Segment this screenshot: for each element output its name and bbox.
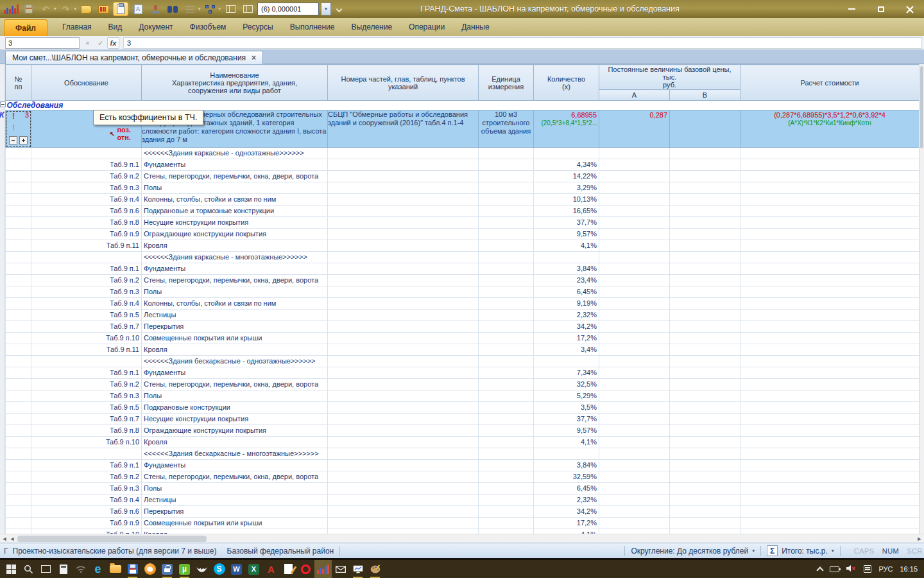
cell-a[interactable] [599, 414, 670, 425]
cell-qty[interactable]: 6,45% [534, 483, 599, 495]
table-row[interactable]: Таб.9 п.4 Лестницы 2,32% [6, 495, 920, 506]
cell-unit[interactable] [479, 229, 534, 240]
cell-name[interactable]: Колонны, столбы, стойки и связи по ним [142, 194, 328, 206]
ribbon-tab[interactable]: Операции [400, 19, 453, 35]
document-tab[interactable]: Мои смет...\ШАБЛОН на капремонт, обмероч… [5, 51, 263, 64]
autodesk-icon[interactable]: A [262, 560, 280, 578]
cell-sections[interactable] [328, 506, 479, 518]
table-row[interactable]: Таб.9 п.1 Фундаменты 3,84% [6, 263, 920, 275]
cell-qty[interactable]: 3,29% [534, 182, 599, 194]
group-title[interactable]: Обследования [6, 101, 920, 110]
cell-num[interactable] [6, 229, 31, 240]
cell-sections[interactable] [328, 448, 479, 460]
cell-calc[interactable] [740, 159, 920, 171]
cell-b[interactable] [670, 483, 740, 495]
cell-justification[interactable]: Таб.9 п.4 [31, 495, 142, 506]
cell-num[interactable] [6, 275, 31, 286]
cell-unit[interactable] [479, 275, 534, 286]
cell-num[interactable] [6, 518, 31, 529]
selected-row-a-cell[interactable]: 0,287 [599, 110, 670, 148]
cell-justification[interactable]: Таб.9 п.1 [31, 367, 142, 379]
table-row[interactable]: Таб.9 п.6 Перекрытия 34,2% [6, 506, 920, 518]
cell-unit[interactable] [479, 310, 534, 321]
table-row[interactable]: Таб.9 п.3 Полы 3,29% [6, 182, 920, 194]
table-row[interactable]: Таб.9 п.8 Несущие конструкции покрытия 3… [6, 217, 920, 229]
cell-calc[interactable] [740, 217, 920, 229]
cell-name[interactable]: <<<<<<Здания каркасные - многоэтажные>>>… [142, 252, 328, 263]
vertical-scrollbar-thumb[interactable] [920, 66, 923, 148]
cell-a[interactable] [599, 298, 670, 310]
tray-chevron-icon[interactable] [817, 566, 824, 574]
cell-calc[interactable] [740, 240, 920, 252]
cell-name[interactable]: Несущие конструкции покрытия [142, 217, 328, 229]
total-units-select[interactable]: Итого: тыс.р. [782, 547, 828, 556]
scroll-left2-icon[interactable]: ◄ [8, 534, 17, 543]
cell-justification[interactable]: Таб.9 п.6 [31, 506, 142, 518]
cell-name[interactable]: Полы [142, 390, 328, 402]
function-icon[interactable]: fx [107, 37, 119, 49]
ribbon-tab[interactable]: Документ [130, 19, 181, 35]
cell-sections[interactable] [328, 390, 479, 402]
cell-calc[interactable] [740, 321, 920, 333]
excel-icon[interactable]: X [245, 560, 262, 578]
cell-b[interactable] [670, 379, 740, 390]
cancel-icon[interactable]: × [81, 37, 94, 49]
cell-num[interactable] [6, 529, 31, 534]
cell-b[interactable] [670, 471, 740, 483]
table-row[interactable]: Таб.9 п.7 Несущие конструкции покрытия 3… [6, 414, 920, 425]
cell-num[interactable] [6, 333, 31, 344]
cell-qty[interactable]: 32,59% [534, 471, 599, 483]
cell-sections[interactable] [328, 529, 479, 534]
cell-justification[interactable]: Таб.9 п.2 [31, 275, 142, 286]
cell-b[interactable] [670, 240, 740, 252]
start-button[interactable] [3, 560, 20, 578]
cell-qty[interactable]: 3,4% [534, 344, 599, 356]
cell-sections[interactable] [328, 460, 479, 471]
redo-icon[interactable]: ↷ [58, 2, 74, 16]
cell-calc[interactable] [740, 529, 920, 534]
cell-a[interactable] [599, 310, 670, 321]
cell-qty[interactable] [534, 356, 599, 367]
cell-a[interactable] [599, 460, 670, 471]
edge-icon[interactable]: e [89, 560, 107, 578]
cell-b[interactable] [670, 402, 740, 414]
total-dropdown-icon[interactable]: ▾ [832, 548, 834, 554]
cell-justification[interactable]: Таб.9 п.2 [31, 379, 142, 390]
ribbon-tab[interactable]: Выделение [343, 19, 401, 35]
search-icon[interactable] [20, 560, 37, 578]
cell-sections[interactable] [328, 495, 479, 506]
action-center-icon[interactable] [864, 565, 871, 573]
cell-unit[interactable] [479, 171, 534, 182]
cell-qty[interactable]: 4,34% [534, 159, 599, 171]
table-row[interactable]: Таб.9 п.4 Колонны, столбы, стойки и связ… [6, 194, 920, 206]
cell-a[interactable] [599, 367, 670, 379]
cell-name[interactable]: Совмещенные покрытия или крыши [142, 518, 328, 529]
cell-justification[interactable]: Таб.9 п.10 [31, 333, 142, 344]
cell-num[interactable] [6, 471, 31, 483]
cell-justification[interactable]: Таб.9 п.9 [31, 518, 142, 529]
cell-b[interactable] [670, 263, 740, 275]
horizontal-scrollbar-thumb[interactable] [17, 536, 207, 542]
cell-b[interactable] [670, 495, 740, 506]
cell-calc[interactable] [740, 471, 920, 483]
cell-name[interactable]: Стены, перегородки, перемычки, окна, две… [142, 171, 328, 182]
table-row[interactable]: Таб.9 п.9 Ограждающие конструкции покрыт… [6, 229, 920, 240]
cell-b[interactable] [670, 217, 740, 229]
cell-b[interactable] [670, 310, 740, 321]
cell-sections[interactable] [328, 194, 479, 206]
cell-qty[interactable]: 3,84% [534, 460, 599, 471]
cell-qty[interactable]: 2,32% [534, 310, 599, 321]
table-row[interactable]: Таб.9 п.10 Совмещенные покрытия или крыш… [6, 333, 920, 344]
cell-qty[interactable]: 9,19% [534, 298, 599, 310]
cell-a[interactable] [599, 518, 670, 529]
undo-icon[interactable]: ↶ [38, 2, 53, 16]
cell-qty[interactable]: 23,4% [534, 275, 599, 286]
cell-a[interactable] [599, 448, 670, 460]
cell-calc[interactable] [740, 356, 920, 367]
cell-unit[interactable] [479, 298, 534, 310]
cell-calc[interactable] [740, 263, 920, 275]
group-row[interactable]: Обследования [6, 101, 920, 110]
selected-row-calc-cell[interactable]: (0,287*6,68955)*3,5*1,2*0,6*3,92*4 (А*Х)… [740, 110, 920, 148]
cell-unit[interactable] [479, 529, 534, 534]
cell-sections[interactable] [328, 148, 479, 159]
